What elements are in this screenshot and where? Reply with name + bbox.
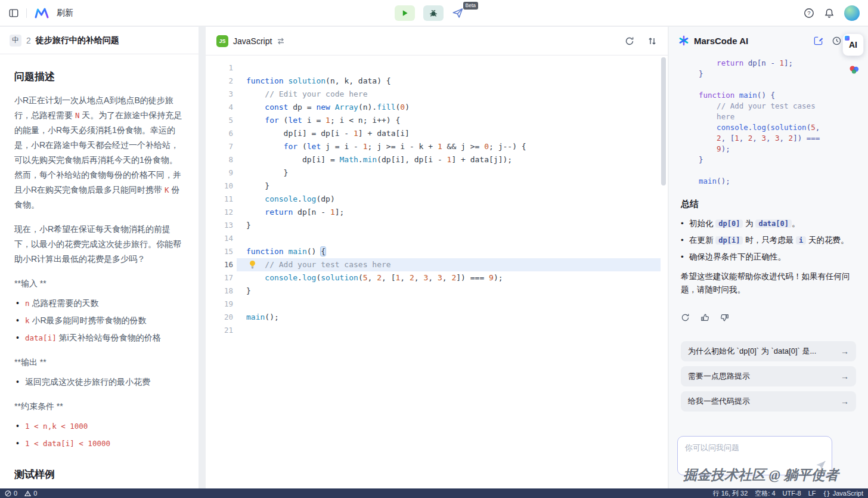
diff-view-icon[interactable] (647, 36, 657, 46)
floating-extension-icon[interactable] (848, 64, 860, 76)
line-number[interactable]: 7 (206, 140, 233, 153)
problem-title: 徒步旅行中的补给问题 (36, 35, 119, 46)
beta-badge: Beta (463, 2, 479, 10)
code-line-13[interactable]: 13} (206, 219, 668, 232)
submit-button[interactable]: Beta (452, 7, 473, 19)
ask-input-box (677, 436, 832, 475)
language-mode[interactable]: {} JavaScript (823, 490, 863, 497)
sidebar-toggle-icon[interactable] (8, 8, 19, 18)
line-number[interactable]: 12 (206, 206, 233, 219)
line-number[interactable]: 13 (206, 219, 233, 232)
code-line-1[interactable]: 1 (206, 61, 668, 75)
code-line-10[interactable]: 10 } (206, 180, 668, 193)
encoding[interactable]: UTF-8 (783, 490, 801, 497)
refresh-button[interactable]: 刷新 (57, 8, 73, 18)
editor-scrollbar[interactable] (661, 57, 666, 486)
constraints-heading: **约束条件 ** (14, 399, 184, 414)
help-icon[interactable]: ? (804, 8, 814, 18)
cursor-position[interactable]: 行 16, 列 32 (713, 489, 748, 498)
line-number[interactable]: 14 (206, 232, 233, 245)
code-line-16[interactable]: 16 // Add your test cases here (206, 258, 668, 271)
inline-code: 1 < n,k < 1000 (25, 422, 88, 431)
quick-fix-bulb-icon[interactable] (249, 260, 256, 269)
line-number[interactable]: 11 (206, 193, 233, 206)
line-number[interactable]: 8 (206, 153, 233, 166)
warnings-status[interactable]: 0 (24, 490, 37, 497)
statusbar-left: 0 0 (5, 490, 37, 497)
eol-setting[interactable]: LF (808, 490, 816, 497)
suggestion-chip-label: 需要一点思路提示 (688, 371, 750, 382)
input-item: k 小R最多能同时携带食物的份数 (14, 312, 184, 329)
run-button[interactable] (395, 5, 415, 21)
history-icon[interactable] (832, 36, 842, 46)
description-heading: 问题描述 (14, 70, 184, 83)
code-line-12[interactable]: 12 return dp[n - 1]; (206, 206, 668, 219)
inline-code: n (25, 299, 30, 308)
topbar-right: ? (804, 0, 860, 26)
regenerate-icon[interactable] (681, 313, 690, 322)
notifications-bell-icon[interactable] (824, 8, 835, 18)
debug-button[interactable] (423, 5, 444, 21)
line-number[interactable]: 21 (206, 324, 233, 337)
reset-code-icon[interactable] (625, 36, 634, 46)
thumbs-down-icon[interactable] (720, 313, 729, 322)
suggestion-chip-label: 为什么初始化 `dp[0]` 为 `data[0]` 是... (688, 346, 816, 357)
code-line-9[interactable]: 9 } (206, 166, 668, 180)
ask-input[interactable] (685, 443, 824, 465)
line-number[interactable]: 18 (206, 284, 233, 298)
line-number[interactable]: 17 (206, 271, 233, 284)
ai-panel-title: MarsCode AI (694, 36, 748, 46)
code-line-15[interactable]: 15function main() { (206, 245, 668, 258)
thumbs-up-icon[interactable] (700, 313, 709, 322)
suggestion-chip[interactable]: 给我一些代码提示→ (681, 391, 856, 412)
code-line-8[interactable]: 8 dp[i] = Math.min(dp[i], dp[i - 1] + da… (206, 153, 668, 166)
send-icon[interactable] (815, 459, 827, 471)
editor-scrollbar-thumb[interactable] (661, 57, 666, 185)
code-line-4[interactable]: 4 const dp = new Array(n).fill(0) (206, 101, 668, 114)
problem-header: 中 2 徒步旅行中的补给问题 (0, 27, 199, 54)
ai-assistant-fab[interactable]: AI (842, 33, 864, 56)
line-number[interactable]: 3 (206, 88, 233, 101)
code-line-19[interactable]: 19 (206, 298, 668, 311)
line-number[interactable]: 9 (206, 166, 233, 180)
code-line-6[interactable]: 6 dp[i] = dp[i - 1] + data[i] (206, 127, 668, 140)
line-number[interactable]: 6 (206, 127, 233, 140)
errors-status[interactable]: 0 (5, 490, 17, 497)
suggestion-chip[interactable]: 需要一点思路提示→ (681, 366, 856, 386)
code-editor[interactable]: 1 2function solution(n, k, data) {3 // E… (206, 55, 668, 488)
samples-heading: 测试样例 (14, 468, 184, 481)
output-list: 返回完成这次徒步旅行的最小花费 (14, 373, 184, 391)
output-item: 返回完成这次徒步旅行的最小花费 (14, 373, 184, 391)
code-line-20[interactable]: 20main(); (206, 311, 668, 324)
code-line-18[interactable]: 18} (206, 284, 668, 298)
line-number[interactable]: 4 (206, 101, 233, 114)
input-heading: **输入 ** (14, 276, 184, 291)
summary-list: 初始化 dp[0] 为 data[0]。在更新 dp[i] 时，只考虑最 i 天… (681, 217, 856, 263)
code-line-2[interactable]: 2function solution(n, k, data) { (206, 75, 668, 88)
summary-item: 确保边界条件下的正确性。 (681, 250, 856, 263)
code-line-3[interactable]: 3 // Edit your code here (206, 88, 668, 101)
line-number[interactable]: 20 (206, 311, 233, 324)
new-chat-icon[interactable] (813, 36, 823, 46)
indent-setting[interactable]: 空格: 4 (755, 489, 775, 498)
line-number[interactable]: 2 (206, 75, 233, 88)
code-line-7[interactable]: 7 for (let j = i - 1; j >= i - k + 1 && … (206, 140, 668, 153)
line-number[interactable]: 15 (206, 245, 233, 258)
code-line-14[interactable]: 14 (206, 232, 668, 245)
problem-number: 2 (26, 36, 31, 45)
line-number[interactable]: 1 (206, 61, 233, 75)
line-number[interactable]: 10 (206, 180, 233, 193)
line-number[interactable]: 19 (206, 298, 233, 311)
suggestion-chip[interactable]: 为什么初始化 `dp[0]` 为 `data[0]` 是...→ (681, 341, 856, 361)
ai-closing-text: 希望这些建议能帮助你改进代码！如果有任何问题，请随时问我。 (681, 270, 856, 296)
user-avatar[interactable] (844, 5, 860, 21)
line-number[interactable]: 16 (206, 258, 233, 271)
code-line-17[interactable]: 17 console.log(solution(5, 2, [1, 2, 3, … (206, 271, 668, 284)
switch-language-icon[interactable] (277, 37, 285, 45)
code-line-21[interactable]: 21 (206, 324, 668, 337)
code-line-5[interactable]: 5 for (let i = 1; i < n; i++) { (206, 114, 668, 127)
difficulty-badge: 中 (10, 35, 21, 47)
line-number[interactable]: 5 (206, 114, 233, 127)
constraint-item: 1 < n,k < 1000 (14, 417, 184, 435)
code-line-11[interactable]: 11 console.log(dp) (206, 193, 668, 206)
